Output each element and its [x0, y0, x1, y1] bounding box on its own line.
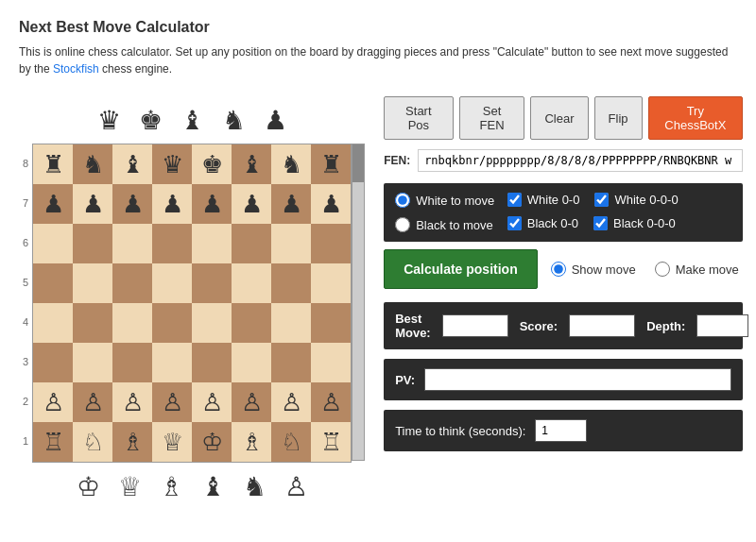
square-r1c5[interactable]: ♟ — [232, 184, 271, 224]
white-00-option[interactable]: White 0-0 — [507, 193, 580, 207]
square-r6c6[interactable]: ♙ — [271, 382, 311, 422]
square-r6c3[interactable]: ♙ — [152, 382, 192, 422]
square-r7c1[interactable]: ♘ — [73, 422, 112, 462]
make-move-option[interactable]: Make move — [655, 262, 739, 277]
make-move-radio[interactable] — [655, 262, 670, 277]
square-r1c3[interactable]: ♟ — [152, 184, 192, 224]
square-r4c7[interactable] — [311, 303, 351, 343]
square-r1c7[interactable]: ♟ — [311, 184, 351, 224]
square-r1c2[interactable]: ♟ — [112, 184, 152, 224]
square-r6c7[interactable]: ♙ — [311, 382, 351, 422]
square-r2c0[interactable] — [33, 224, 73, 263]
square-r7c4[interactable]: ♔ — [192, 422, 232, 462]
square-r7c0[interactable]: ♖ — [33, 422, 73, 462]
square-r1c6[interactable]: ♟ — [271, 184, 311, 224]
square-r6c2[interactable]: ♙ — [112, 382, 152, 422]
square-r1c4[interactable]: ♟ — [192, 184, 232, 224]
board-scrollbar[interactable] — [352, 144, 365, 461]
square-r3c1[interactable] — [73, 263, 112, 303]
square-r5c0[interactable] — [33, 343, 73, 382]
show-move-option[interactable]: Show move — [551, 262, 636, 277]
square-r5c5[interactable] — [232, 343, 271, 382]
square-r0c0[interactable]: ♜ — [33, 144, 73, 184]
try-chessbotx-button[interactable]: Try ChessBotX — [648, 96, 744, 140]
square-r5c6[interactable] — [271, 343, 311, 382]
square-r2c1[interactable] — [73, 224, 112, 263]
calculate-button[interactable]: Calculate position — [384, 249, 538, 289]
square-r6c5[interactable]: ♙ — [232, 382, 271, 422]
show-move-radio[interactable] — [551, 262, 566, 277]
black-00-option[interactable]: Black 0-0 — [507, 216, 578, 230]
square-r0c4[interactable]: ♚ — [192, 144, 232, 184]
square-r7c2[interactable]: ♗ — [112, 422, 152, 462]
square-r5c4[interactable] — [192, 343, 232, 382]
black-000-checkbox[interactable] — [593, 216, 608, 230]
score-input[interactable] — [569, 314, 635, 337]
square-r4c3[interactable] — [152, 303, 192, 343]
square-r4c2[interactable] — [112, 303, 152, 343]
black-00-checkbox[interactable] — [507, 216, 522, 230]
black-000-label: Black 0-0-0 — [613, 216, 676, 230]
calc-row: Calculate position Show move Make move — [384, 249, 743, 289]
square-r0c5[interactable]: ♝ — [232, 144, 271, 184]
square-r2c7[interactable] — [311, 224, 351, 263]
square-r3c5[interactable] — [232, 263, 271, 303]
square-r2c5[interactable] — [232, 224, 271, 263]
square-r1c1[interactable]: ♟ — [73, 184, 112, 224]
clear-button[interactable]: Clear — [530, 96, 588, 140]
square-r7c6[interactable]: ♘ — [271, 422, 311, 462]
square-r3c4[interactable] — [192, 263, 232, 303]
square-r5c7[interactable] — [311, 343, 351, 382]
square-r2c3[interactable] — [152, 224, 192, 263]
square-r2c4[interactable] — [192, 224, 232, 263]
square-r2c6[interactable] — [271, 224, 311, 263]
square-r0c7[interactable]: ♜ — [311, 144, 351, 184]
square-r4c1[interactable] — [73, 303, 112, 343]
square-r3c6[interactable] — [271, 263, 311, 303]
chess-board[interactable]: ♜♞♝♛♚♝♞♜♟♟♟♟♟♟♟♟♙♙♙♙♙♙♙♙♖♘♗♕♔♗♘♖ — [32, 144, 352, 463]
square-r4c5[interactable] — [232, 303, 271, 343]
time-input[interactable] — [535, 419, 587, 442]
square-r5c1[interactable] — [73, 343, 112, 382]
square-r0c2[interactable]: ♝ — [112, 144, 152, 184]
set-fen-button[interactable]: Set FEN — [459, 96, 525, 140]
white-to-move-option[interactable]: White to move — [395, 193, 507, 208]
black-000-option[interactable]: Black 0-0-0 — [593, 216, 676, 230]
black-to-move-radio[interactable] — [395, 217, 410, 232]
square-r6c0[interactable]: ♙ — [33, 382, 73, 422]
page-title: Next Best Move Calculator — [19, 19, 737, 36]
white-to-move-radio[interactable] — [395, 193, 410, 208]
square-r4c0[interactable] — [33, 303, 73, 343]
fen-input[interactable] — [418, 149, 743, 172]
square-r2c2[interactable] — [112, 224, 152, 263]
top-piece-5: ♟ — [255, 100, 295, 140]
square-r1c0[interactable]: ♟ — [33, 184, 73, 224]
depth-input[interactable] — [696, 314, 748, 337]
flip-button[interactable]: Flip — [594, 96, 643, 140]
best-move-input[interactable] — [442, 314, 508, 337]
top-piece-2: ♚ — [130, 100, 170, 140]
square-r3c0[interactable] — [33, 263, 73, 303]
square-r7c7[interactable]: ♖ — [311, 422, 351, 462]
start-pos-button[interactable]: Start Pos — [384, 96, 453, 140]
square-r3c7[interactable] — [311, 263, 351, 303]
square-r0c3[interactable]: ♛ — [152, 144, 192, 184]
square-r6c4[interactable]: ♙ — [192, 382, 232, 422]
square-r0c1[interactable]: ♞ — [73, 144, 112, 184]
square-r6c1[interactable]: ♙ — [73, 382, 112, 422]
square-r4c6[interactable] — [271, 303, 311, 343]
white-000-checkbox[interactable] — [594, 193, 609, 207]
square-r5c2[interactable] — [112, 343, 152, 382]
white-00-checkbox[interactable] — [507, 193, 522, 207]
square-r3c2[interactable] — [112, 263, 152, 303]
square-r0c6[interactable]: ♞ — [271, 144, 311, 184]
bottom-piece-2: ♕ — [110, 466, 149, 506]
square-r7c3[interactable]: ♕ — [152, 422, 192, 462]
square-r4c4[interactable] — [192, 303, 232, 343]
pv-input[interactable] — [424, 368, 731, 391]
black-to-move-option[interactable]: Black to move — [395, 217, 507, 232]
square-r5c3[interactable] — [152, 343, 192, 382]
square-r3c3[interactable] — [152, 263, 192, 303]
square-r7c5[interactable]: ♗ — [232, 422, 271, 462]
white-000-option[interactable]: White 0-0-0 — [594, 193, 678, 207]
